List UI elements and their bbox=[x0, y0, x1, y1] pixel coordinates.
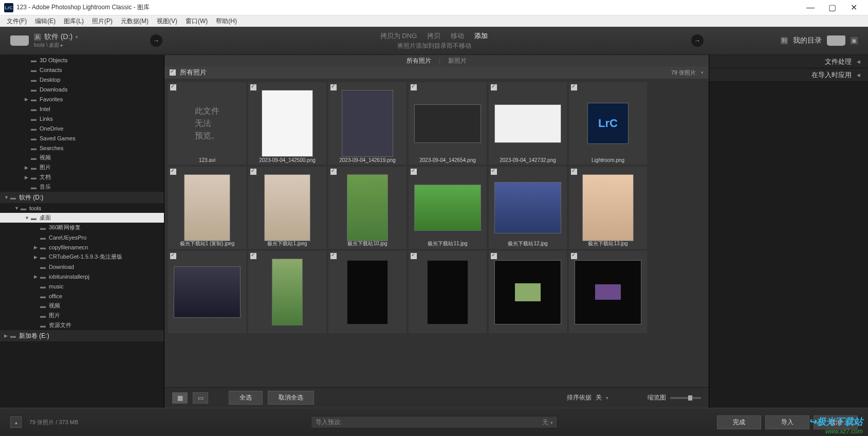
folder-row[interactable]: ▬360断网修复 bbox=[0, 223, 164, 232]
thumbnail-cell[interactable]: 极光下载站1.jpeg bbox=[248, 167, 326, 249]
folder-row[interactable]: ▬Contacts bbox=[0, 65, 164, 75]
menu-item[interactable]: 元数据(M) bbox=[117, 17, 153, 26]
apply-during-import-section[interactable]: 在导入时应用◀ bbox=[709, 68, 868, 82]
folder-row[interactable]: ▶▬新加卷 (E:) bbox=[0, 330, 164, 341]
folder-row[interactable]: ▬office bbox=[0, 291, 164, 301]
destination-label[interactable]: 我的目录 bbox=[793, 36, 822, 45]
folder-row[interactable]: ▬Saved Games bbox=[0, 133, 164, 143]
loupe-view-button[interactable]: ▭ bbox=[193, 392, 208, 404]
thumbnail-cell[interactable] bbox=[168, 251, 246, 333]
thumbnail-cell[interactable]: 2023-09-04_142654.png bbox=[409, 82, 487, 165]
expand-icon[interactable]: ▾ bbox=[701, 70, 704, 75]
thumbnail-checkbox[interactable] bbox=[491, 84, 497, 90]
filter-tab[interactable]: 所有照片 bbox=[407, 57, 431, 65]
menu-item[interactable]: 编辑(E) bbox=[31, 17, 60, 26]
copy-mode-option[interactable]: 拷贝为 DNG bbox=[380, 31, 417, 41]
menu-item[interactable]: 照片(P) bbox=[88, 17, 117, 26]
expand-panel-icon[interactable]: ▴ bbox=[10, 416, 22, 428]
close-button[interactable]: ✕ bbox=[843, 1, 864, 15]
menu-item[interactable]: 帮助(H) bbox=[212, 17, 241, 26]
import-preset-dropdown[interactable]: 导入预设: 无 ▾ bbox=[311, 416, 558, 428]
folder-row[interactable]: ▬Download bbox=[0, 262, 164, 271]
thumbnail-cell[interactable]: 极光下载站13.jpg bbox=[569, 167, 647, 249]
select-all-button[interactable]: 全选 bbox=[229, 391, 263, 405]
folder-row[interactable]: ▶▬iobituninstallerpj bbox=[0, 271, 164, 281]
menu-item[interactable]: 图库(L) bbox=[60, 17, 88, 26]
select-all-checkbox[interactable] bbox=[170, 69, 176, 76]
thumbnail-cell[interactable] bbox=[489, 251, 567, 333]
thumbnail-cell[interactable]: 此文件 无法 预览。123.avi bbox=[168, 82, 246, 165]
thumbnail-checkbox[interactable] bbox=[170, 84, 176, 90]
thumbnail-cell[interactable]: 2023-09-04_142500.png bbox=[248, 82, 326, 165]
folder-row[interactable]: ▬Desktop bbox=[0, 75, 164, 84]
folder-row[interactable]: ▬资源文件 bbox=[0, 320, 164, 330]
thumbnail-cell[interactable]: LrCLightroom.png bbox=[569, 82, 647, 165]
folder-row[interactable]: ▼▬软件 (D:) bbox=[0, 192, 164, 203]
copy-mode-option[interactable]: 拷贝 bbox=[427, 31, 440, 41]
deselect-all-button[interactable]: 取消全选 bbox=[268, 391, 314, 405]
copy-mode-option[interactable]: 添加 bbox=[474, 31, 488, 41]
source-drive-label[interactable]: 软件 (D:) bbox=[44, 32, 72, 42]
dropdown-icon[interactable]: ▾ bbox=[606, 395, 608, 401]
folder-row[interactable]: ▬图片 bbox=[0, 311, 164, 320]
folder-row[interactable]: ▼▬桌面 bbox=[0, 213, 164, 223]
sort-value[interactable]: 关 bbox=[596, 393, 602, 402]
thumbnail-checkbox[interactable] bbox=[411, 169, 417, 175]
thumbnail-cell[interactable]: 极光下载站11.jpg bbox=[409, 167, 487, 249]
menu-item[interactable]: 文件(F) bbox=[3, 17, 31, 26]
thumbnail-checkbox[interactable] bbox=[250, 253, 256, 259]
maximize-button[interactable]: ▢ bbox=[822, 1, 842, 15]
file-handling-section[interactable]: 文件处理◀ bbox=[709, 55, 868, 68]
arrow-forward-icon[interactable]: → bbox=[691, 34, 704, 47]
folder-row[interactable]: ▼▬tools bbox=[0, 203, 164, 213]
thumbnail-checkbox[interactable] bbox=[170, 253, 176, 259]
thumbnail-cell[interactable]: 极光下载站10.jpg bbox=[328, 167, 407, 249]
menu-item[interactable]: 视图(V) bbox=[153, 17, 181, 26]
thumbnail-cell[interactable]: 2023-09-04_142732.png bbox=[489, 82, 567, 165]
thumbnail-checkbox[interactable] bbox=[571, 253, 577, 259]
menu-item[interactable]: 窗口(W) bbox=[181, 17, 212, 26]
thumbnail-checkbox[interactable] bbox=[250, 169, 256, 175]
folder-row[interactable]: ▶▬Favorites bbox=[0, 94, 164, 104]
folder-row[interactable]: ▬视频 bbox=[0, 153, 164, 162]
thumbnail-checkbox[interactable] bbox=[170, 169, 176, 175]
folder-row[interactable]: ▶▬文档 bbox=[0, 172, 164, 182]
thumbnail-checkbox[interactable] bbox=[330, 84, 337, 90]
thumbnail-cell[interactable] bbox=[569, 251, 647, 333]
dropdown-icon[interactable]: ▾ bbox=[76, 34, 78, 40]
folder-row[interactable]: ▬Downloads bbox=[0, 84, 164, 94]
thumbnail-checkbox[interactable] bbox=[330, 253, 337, 259]
folder-row[interactable]: ▬OneDrive bbox=[0, 123, 164, 133]
folder-row[interactable]: ▬3D Objects bbox=[0, 55, 164, 65]
thumbnail-checkbox[interactable] bbox=[571, 84, 577, 90]
folder-row[interactable]: ▬Intel bbox=[0, 104, 164, 114]
folder-row[interactable]: ▶▬图片 bbox=[0, 162, 164, 172]
folder-row[interactable]: ▬music bbox=[0, 281, 164, 291]
thumbnail-cell[interactable]: 极光下载站1 (复制).jpeg bbox=[168, 167, 246, 249]
copy-mode-option[interactable]: 移动 bbox=[451, 31, 464, 41]
minimize-button[interactable]: — bbox=[800, 1, 821, 15]
folder-row[interactable]: ▶▬copyfilenamecn bbox=[0, 242, 164, 252]
import-button[interactable]: 导入 bbox=[765, 415, 809, 429]
thumbnail-cell[interactable]: 2023-09-04_142619.png bbox=[328, 82, 407, 165]
thumbnail-cell[interactable] bbox=[409, 251, 487, 333]
thumbnail-checkbox[interactable] bbox=[330, 169, 337, 175]
thumbnail-checkbox[interactable] bbox=[491, 253, 497, 259]
arrow-forward-icon[interactable]: → bbox=[150, 34, 162, 47]
thumbnail-cell[interactable] bbox=[248, 251, 326, 333]
thumbnail-checkbox[interactable] bbox=[411, 253, 417, 259]
thumbnail-checkbox[interactable] bbox=[250, 84, 256, 90]
thumbnail-cell[interactable] bbox=[328, 251, 407, 333]
grid-icon[interactable]: ▦ bbox=[851, 37, 858, 44]
folder-row[interactable]: ▬视频 bbox=[0, 301, 164, 311]
thumbnail-size-slider[interactable] bbox=[670, 397, 701, 399]
folder-row[interactable]: ▬音乐 bbox=[0, 182, 164, 192]
thumbnail-cell[interactable]: 极光下载站12.jpg bbox=[489, 167, 567, 249]
thumbnail-checkbox[interactable] bbox=[491, 169, 497, 175]
folder-row[interactable]: ▬CareUEyesPro bbox=[0, 232, 164, 242]
thumbnail-checkbox[interactable] bbox=[571, 169, 577, 175]
thumbnail-checkbox[interactable] bbox=[411, 84, 417, 90]
grid-view-button[interactable]: ▦ bbox=[172, 392, 188, 404]
done-button[interactable]: 完成 bbox=[717, 415, 761, 429]
folder-row[interactable]: ▬Searches bbox=[0, 143, 164, 153]
